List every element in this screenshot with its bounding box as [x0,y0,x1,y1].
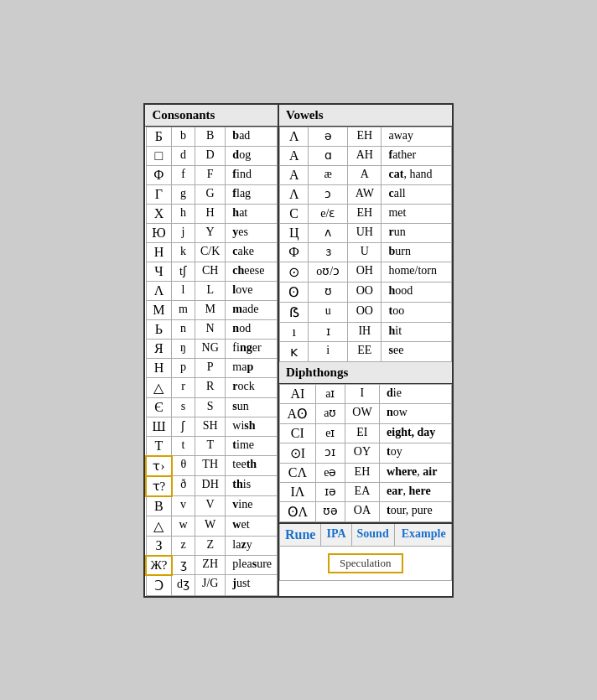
sound-cell: A [348,165,382,184]
example-cell: home/torn [382,262,451,282]
sound-cell: TH [195,456,226,476]
sound-cell: J/G [195,575,226,596]
ipa-cell: ə [309,127,348,146]
table-row: М m M made [146,300,277,319]
table-row: ʘΛ ʊə OA tour, pure [280,501,452,521]
ipa-cell: ʌ [309,223,348,242]
rune-cell: ΙΛ [280,482,316,501]
rune-cell: ᴋ [280,341,309,361]
rune-cell: △ [146,377,171,397]
table-row-zh: Ж? ʒ ZH pleasure [146,556,277,575]
sound-cell: U [348,242,382,262]
sound-cell: N [195,319,226,339]
footer-table: Rune IPA Sound Example Speculation [279,522,452,581]
example-cell: wet [226,516,278,536]
sound-cell: ZH [195,556,226,575]
ipa-cell: ʒ [172,556,195,575]
table-row: ı ɪ IH hit [280,322,452,341]
table-row: Λ l L love [146,281,277,300]
rune-cell: Я [146,339,171,358]
rune-cell: □ [146,146,171,165]
table-row: ΑΙ aɪ I die [280,384,452,403]
ipa-cell: tʃ [172,262,195,281]
rune-cell: ⊙ [280,262,309,282]
rune-cell: Λ [280,184,309,204]
sound-cell: H [195,204,226,223]
ipa-cell: m [172,300,195,319]
example-cell: run [382,223,451,242]
sound-cell: IH [348,322,382,341]
example-cell: father [382,146,451,165]
rune-cell: Ф [280,242,309,262]
example-cell: find [226,165,278,184]
footer-rune: Rune [280,523,321,547]
table-row: Н p P map [146,358,277,377]
ipa-cell: r [172,377,195,397]
ipa-cell: h [172,204,195,223]
sound-cell: OO [348,282,382,302]
footer-example: Example [394,523,451,547]
table-row: Б b B bad [146,127,277,146]
ipa-cell: j [172,223,195,242]
example-cell: tour, pure [380,501,452,521]
ipa-cell: eə [315,463,345,482]
vowels-table: Λ ə EH away Α ɑ AH father Α æ A cat, han… [279,127,452,362]
rune-cell: Γ [146,184,171,204]
table-row: ᴋ i EE see [280,341,452,361]
sound-cell: M [195,300,226,319]
footer-row: Rune IPA Sound Example [280,523,452,547]
ipa-cell: i [309,341,348,361]
sound-cell: SH [195,417,226,436]
example-cell: made [226,300,278,319]
example-cell: ear, here [380,482,452,501]
sound-cell: Z [195,536,226,556]
table-row: Χ h H hat [146,204,277,223]
ipa-cell: g [172,184,195,204]
sound-cell: Y [195,223,226,242]
example-cell: map [226,358,278,377]
ipa-cell: ɔ [309,184,348,204]
sound-cell: AW [348,184,382,204]
ipa-cell: k [172,242,195,262]
ipa-cell: ʃ [172,417,195,436]
table-row: С e/ɛ EH met [280,204,452,223]
table-row: Ͻ dʒ J/G just [146,575,277,596]
table-row: Я ŋ NG finger [146,339,277,358]
sound-cell: EA [345,482,379,501]
example-cell: where, air [380,463,452,482]
sound-cell: B [195,127,226,146]
rune-cell: М [146,300,171,319]
example-cell: flag [226,184,278,204]
ipa-cell: ʊə [315,501,345,521]
sound-cell: EI [345,423,379,443]
footer-ipa: IPA [321,523,351,547]
table-row: В v V vine [146,496,277,516]
ipa-cell: aʊ [315,403,345,423]
sound-cell: S [195,397,226,417]
sound-cell: EE [348,341,382,361]
consonants-table: Б b B bad □ d D dog Φ f F find [145,127,278,596]
diphthongs-header: Diphthongs [279,362,452,384]
vowels-header: Vowels [279,105,452,127]
example-cell: see [382,341,451,361]
example-cell: yes [226,223,278,242]
main-table: Consonants Б b B bad □ d D dog Φ f [143,103,453,598]
sound-cell: F [195,165,226,184]
example-cell: cheese [226,262,278,281]
table-row-th: ꚍ› θ TH teeth [146,456,277,476]
sound-cell: NG [195,339,226,358]
example-cell: teeth [226,456,278,476]
ipa-cell: ð [172,476,195,496]
example-cell: sun [226,397,278,417]
sound-cell: D [195,146,226,165]
sound-cell: I [345,384,379,403]
ipa-cell: l [172,281,195,300]
ipa-cell: v [172,496,195,516]
rune-cell: Φ [146,165,171,184]
example-cell: wish [226,417,278,436]
rune-cell: ẞ [280,302,309,322]
example-cell: away [382,127,451,146]
sound-cell: DH [195,476,226,496]
example-cell: now [380,403,452,423]
ipa-cell: s [172,397,195,417]
